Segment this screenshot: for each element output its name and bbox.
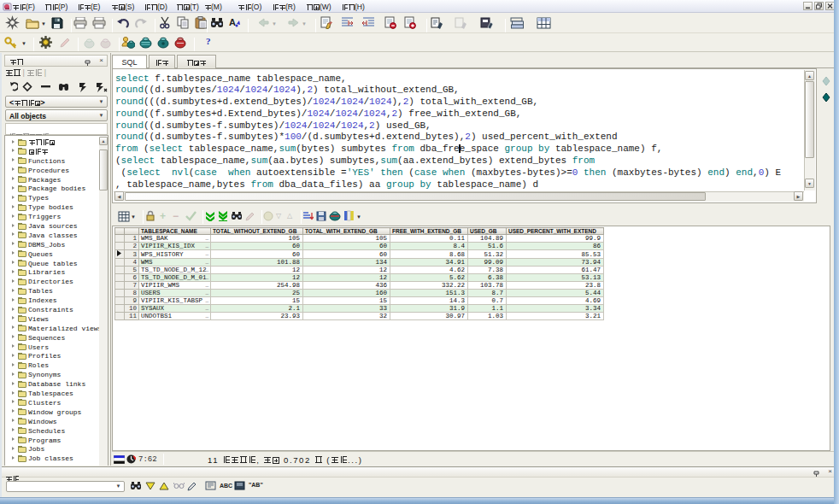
svg-text:A: A — [229, 17, 236, 27]
